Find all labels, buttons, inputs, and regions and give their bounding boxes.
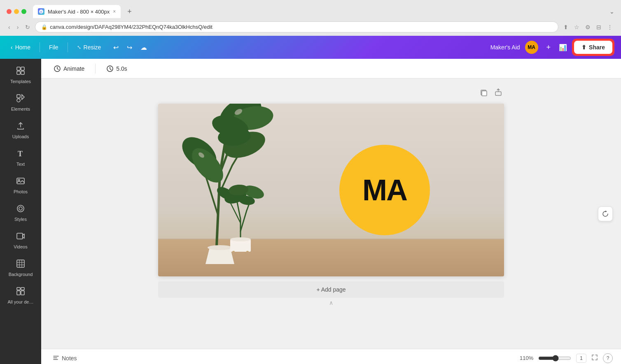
duplicate-page-button[interactable]	[478, 87, 489, 100]
bottom-right-controls: 110% 1 ?	[520, 353, 613, 363]
menu-button[interactable]: ⋮	[605, 22, 614, 32]
canvas-toolbar: Animate 5.0s	[41, 59, 621, 79]
svg-rect-28	[495, 92, 501, 95]
sidebar-item-styles-label: Styles	[14, 217, 27, 222]
sidebar-item-text[interactable]: T Text	[2, 145, 39, 171]
fullscreen-button[interactable]	[591, 354, 598, 362]
lock-icon: 🔒	[41, 24, 47, 30]
add-page-above-button[interactable]	[493, 87, 504, 100]
svg-rect-21	[21, 287, 24, 290]
sidebar-item-styles[interactable]: Styles	[2, 200, 39, 226]
profiles-button[interactable]: ⊟	[595, 22, 603, 32]
sidebar-item-elements-label: Elements	[11, 107, 30, 111]
forward-button[interactable]: ›	[15, 22, 21, 32]
back-button[interactable]: ‹	[7, 22, 12, 32]
refresh-button[interactable]: ↻	[23, 22, 32, 32]
home-label: Home	[15, 44, 30, 51]
undo-button[interactable]: ↩	[110, 41, 122, 54]
cloud-save-button[interactable]: ☁	[137, 41, 150, 54]
svg-text:T: T	[18, 150, 23, 158]
svg-rect-4	[17, 71, 20, 74]
text-icon: T	[16, 149, 25, 160]
browser-tab[interactable]: c Maker's Aid - 800 × 400px ×	[33, 5, 121, 18]
sidebar-item-photos[interactable]: Photos	[2, 172, 39, 198]
animate-label: Animate	[63, 65, 84, 72]
redo-button[interactable]: ↪	[124, 41, 135, 54]
animate-button[interactable]: Animate	[49, 63, 89, 75]
share-button-highlight: ⬆ Share	[572, 39, 614, 56]
photos-icon	[16, 176, 25, 188]
notes-label: Notes	[62, 355, 77, 362]
file-button[interactable]: File	[45, 42, 63, 53]
home-button[interactable]: ‹ Home	[7, 42, 35, 53]
chevron-left-icon: ‹	[11, 44, 13, 51]
share-label: Share	[589, 44, 605, 51]
svg-rect-10	[17, 178, 24, 184]
undo-redo-buttons: ↩ ↪ ☁	[110, 41, 150, 54]
background-icon	[16, 259, 25, 270]
sidebar-item-background[interactable]: Background	[2, 255, 39, 281]
svg-point-12	[17, 205, 24, 212]
templates-icon	[16, 66, 25, 77]
new-tab-button[interactable]: +	[124, 7, 135, 17]
resize-button[interactable]: ⤡ Resize	[73, 42, 105, 53]
chevron-up-icon: ∧	[329, 299, 333, 306]
sidebar-item-elements[interactable]: Elements	[2, 90, 39, 116]
svg-text:c: c	[40, 10, 42, 13]
share-icon: ⬆	[581, 44, 586, 51]
svg-rect-14	[17, 233, 23, 239]
sidebar-item-photos-label: Photos	[14, 189, 28, 194]
add-page-button[interactable]: + Add page	[158, 281, 504, 298]
add-people-button[interactable]: +	[543, 42, 554, 53]
sidebar-item-templates-label: Templates	[10, 79, 31, 84]
design-background: MA	[158, 104, 504, 276]
address-bar-area: ‹ › ↻ 🔒 canva.com/design/DAFAq298YM4/232…	[0, 18, 621, 36]
nav-right-area: Maker's Aid MA + 📊 ⬆ Share	[490, 39, 614, 56]
svg-rect-23	[21, 291, 24, 295]
sidebar-item-uploads[interactable]: Uploads	[2, 117, 39, 143]
zoom-slider[interactable]	[538, 355, 571, 362]
canvas-frame[interactable]: MA	[158, 104, 504, 276]
project-name: Maker's Aid	[490, 44, 520, 51]
scroll-chevron: ∧	[329, 299, 333, 306]
share-button[interactable]: ⬆ Share	[574, 41, 612, 54]
tab-close-button[interactable]: ×	[113, 9, 116, 14]
sidebar-item-all-designs[interactable]: All your de…	[2, 283, 39, 308]
expand-button[interactable]: ⌄	[609, 8, 614, 15]
close-window-button[interactable]	[7, 9, 12, 14]
extensions-button[interactable]: ⚙	[584, 22, 592, 32]
resize-icon: ⤡	[77, 44, 81, 50]
svg-rect-6	[17, 95, 20, 98]
help-button[interactable]: ?	[603, 353, 613, 363]
svg-rect-5	[21, 71, 24, 74]
nav-divider-2	[68, 42, 68, 52]
avatar[interactable]: MA	[525, 41, 538, 54]
svg-point-45	[230, 237, 251, 241]
maximize-window-button[interactable]	[21, 9, 26, 14]
fit-page-button[interactable]: 1	[576, 354, 586, 363]
canvas-top-actions	[158, 87, 504, 100]
videos-icon	[16, 232, 25, 243]
canvas-area: Animate 5.0s	[41, 59, 621, 364]
notes-button[interactable]: Notes	[49, 353, 80, 363]
share-page-button[interactable]: ⬆	[562, 22, 570, 32]
refresh-design-button[interactable]	[598, 206, 613, 221]
minimize-window-button[interactable]	[14, 9, 19, 14]
sidebar-item-background-label: Background	[9, 272, 33, 277]
toolbar-separator	[95, 64, 96, 74]
sidebar-item-uploads-label: Uploads	[12, 134, 29, 139]
stats-icon[interactable]: 📊	[559, 44, 567, 51]
resize-label: Resize	[84, 44, 101, 51]
browser-toolbar: ⬆ ☆ ⚙ ⊟ ⋮	[562, 22, 614, 32]
svg-rect-20	[17, 287, 20, 290]
zoom-slider-container	[538, 355, 571, 362]
styles-icon	[16, 204, 25, 215]
canvas-workspace[interactable]: MA + Add page	[41, 79, 621, 349]
url-bar[interactable]: 🔒 canva.com/design/DAFAq298YM4/232PhEQnQ…	[35, 21, 558, 32]
sidebar-item-videos[interactable]: Videos	[2, 227, 39, 253]
bookmark-button[interactable]: ☆	[572, 22, 581, 32]
logo-circle: MA	[339, 145, 430, 235]
sidebar-item-templates[interactable]: Templates	[2, 62, 39, 88]
duration-button[interactable]: 5.0s	[102, 63, 131, 75]
sidebar-item-text-label: Text	[16, 162, 25, 167]
